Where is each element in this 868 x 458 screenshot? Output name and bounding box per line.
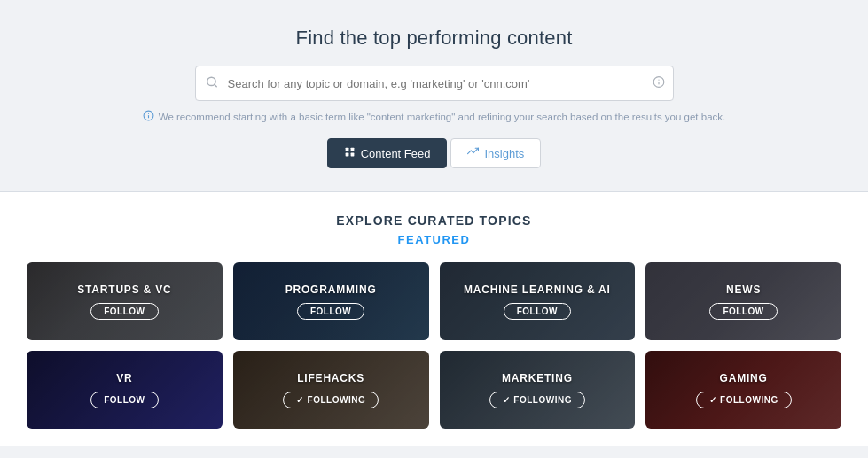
follow-btn-vr[interactable]: FOLLOW <box>90 392 158 408</box>
topic-card-lifehacks[interactable]: LIFEHACKS✓ FOLLOWING <box>233 351 429 429</box>
topic-card-vr[interactable]: VRFOLLOW <box>27 351 223 429</box>
follow-btn-machine-learning[interactable]: FOLLOW <box>504 303 571 320</box>
content-feed-icon <box>344 146 356 160</box>
topic-name-vr: VR <box>116 372 132 384</box>
topic-card-gaming[interactable]: GAMING✓ FOLLOWING <box>645 351 841 429</box>
topic-overlay-startups-vc: STARTUPS & VCFOLLOW <box>27 262 223 340</box>
topic-name-gaming: GAMING <box>720 372 768 384</box>
follow-btn-programming[interactable]: FOLLOW <box>297 303 364 320</box>
topic-overlay-lifehacks: LIFEHACKS✓ FOLLOWING <box>233 351 429 429</box>
tab-content-feed-label: Content Feed <box>361 147 431 160</box>
topics-grid: STARTUPS & VCFOLLOWPROGRAMMINGFOLLOWMACH… <box>27 262 841 429</box>
explore-section: EXPLORE CURATED TOPICS FEATURED STARTUPS… <box>0 192 868 446</box>
svg-rect-11 <box>350 153 354 157</box>
follow-btn-startups-vc[interactable]: FOLLOW <box>90 303 158 320</box>
hint-icon <box>143 110 154 124</box>
topic-name-machine-learning: MACHINE LEARNING & AI <box>464 283 611 296</box>
hint-text: We recommend starting with a basic term … <box>159 112 726 122</box>
checkmark-icon-lifehacks: ✓ <box>296 395 304 405</box>
checkmark-icon-gaming: ✓ <box>709 395 717 405</box>
topic-name-marketing: MARKETING <box>502 372 573 384</box>
tab-insights-label: Insights <box>484 147 524 160</box>
follow-btn-marketing[interactable]: ✓ FOLLOWING <box>489 392 585 408</box>
search-input[interactable] <box>195 66 674 101</box>
search-icon <box>206 76 218 91</box>
topic-card-startups-vc[interactable]: STARTUPS & VCFOLLOW <box>27 262 223 340</box>
tabs-container: Content Feed Insights <box>327 138 542 168</box>
topic-overlay-machine-learning: MACHINE LEARNING & AIFOLLOW <box>440 262 636 340</box>
tab-content-feed[interactable]: Content Feed <box>327 138 448 168</box>
topic-overlay-marketing: MARKETING✓ FOLLOWING <box>440 351 636 429</box>
topic-name-lifehacks: LIFEHACKS <box>297 372 364 384</box>
topic-name-news: NEWS <box>726 283 761 296</box>
search-container <box>195 66 674 101</box>
topic-card-programming[interactable]: PROGRAMMINGFOLLOW <box>233 262 429 340</box>
search-hint: We recommend starting with a basic term … <box>143 110 726 124</box>
follow-btn-lifehacks[interactable]: ✓ FOLLOWING <box>283 392 379 408</box>
insights-icon <box>467 146 479 160</box>
tab-insights[interactable]: Insights <box>450 138 541 168</box>
svg-rect-8 <box>345 148 348 151</box>
info-icon[interactable] <box>653 76 665 91</box>
topic-name-programming: PROGRAMMING <box>285 283 377 296</box>
topic-overlay-gaming: GAMING✓ FOLLOWING <box>645 351 841 429</box>
topic-overlay-programming: PROGRAMMINGFOLLOW <box>233 262 429 340</box>
topic-card-news[interactable]: NEWSFOLLOW <box>645 262 841 340</box>
topic-overlay-vr: VRFOLLOW <box>27 351 223 429</box>
topic-name-startups-vc: STARTUPS & VC <box>77 283 171 296</box>
follow-btn-gaming[interactable]: ✓ FOLLOWING <box>696 392 792 408</box>
svg-line-1 <box>214 84 216 87</box>
topic-overlay-news: NEWSFOLLOW <box>645 262 841 340</box>
topic-card-marketing[interactable]: MARKETING✓ FOLLOWING <box>440 351 636 429</box>
follow-btn-news[interactable]: FOLLOW <box>709 303 777 320</box>
svg-rect-10 <box>345 153 348 157</box>
page-title: Find the top performing content <box>296 27 573 50</box>
explore-title: EXPLORE CURATED TOPICS <box>27 213 841 228</box>
svg-rect-9 <box>350 148 354 151</box>
checkmark-icon-marketing: ✓ <box>503 395 511 405</box>
featured-label: FEATURED <box>27 233 841 246</box>
topic-card-machine-learning[interactable]: MACHINE LEARNING & AIFOLLOW <box>440 262 636 340</box>
